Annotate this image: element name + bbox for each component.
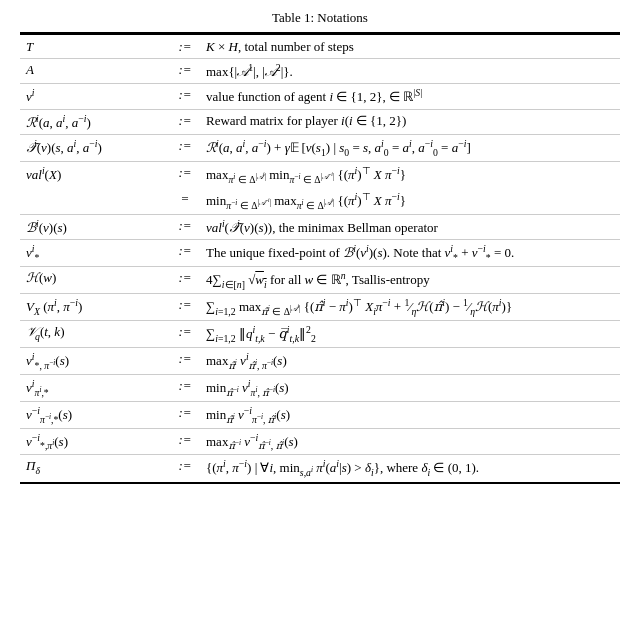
table-row: viπi,*:=minπ̂−i viπi, π̂−i(s) — [20, 374, 620, 401]
definition-cell: ∑i=1,2 maxπ̂i ∈ Δ|𝒜i| {(π̂i − πi)⊤ Xiπ−i… — [200, 293, 620, 320]
assign-cell: := — [170, 347, 200, 374]
table-row: vi:=value function of agent i ∈ {1, 2}, … — [20, 84, 620, 109]
table-row: v−iπ−i,*(s):=minπ̂i v−iπ−i, π̂i(s) — [20, 401, 620, 428]
assign-cell: := — [170, 161, 200, 187]
table-row: T:=K × H, total number of steps — [20, 35, 620, 59]
table-row: ℛi(a, ai, a−i):=Reward matrix for player… — [20, 109, 620, 134]
definition-cell: value function of agent i ∈ {1, 2}, ∈ ℝ|… — [200, 84, 620, 109]
definition-cell: {(πi, π−i) | ∀i, mins,ai πi(ai|s) > δi},… — [200, 455, 620, 483]
symbol-cell: vi* — [20, 240, 170, 267]
symbol-cell: vi*, π−i(s) — [20, 347, 170, 374]
symbol-cell: v−i*,πi(s) — [20, 428, 170, 455]
definition-cell: The unique fixed-point of ℬi(vi)(s). Not… — [200, 240, 620, 267]
assign-cell: := — [170, 428, 200, 455]
symbol-cell: vi — [20, 84, 170, 109]
symbol-cell: Πδ — [20, 455, 170, 483]
assign-cell: := — [170, 320, 200, 347]
definition-cell: 4∑i∈[n] √wi for all w ∈ ℝn, Tsallis-entr… — [200, 267, 620, 294]
symbol-cell: VX (πi, π−i) — [20, 293, 170, 320]
definition-cell: ∑i=1,2 ‖qit,k − q̅it,k‖22 — [200, 320, 620, 347]
definition-cell: maxπi ∈ Δ|𝒜i| minπ−i ∈ Δ|𝒜−i| {(πi)⊤ X π… — [200, 161, 620, 187]
assign-cell: := — [170, 214, 200, 239]
definition-cell: minπ̂i v−iπ−i, π̂i(s) — [200, 401, 620, 428]
symbol-cell: ℬi(v)(s) — [20, 214, 170, 239]
assign-cell: := — [170, 59, 200, 84]
symbol-cell: v−iπ−i,*(s) — [20, 401, 170, 428]
assign-cell: := — [170, 84, 200, 109]
definition-cell: minπ̂−i viπi, π̂−i(s) — [200, 374, 620, 401]
table-row: vi*:=The unique fixed-point of ℬi(vi)(s)… — [20, 240, 620, 267]
symbol-cell — [20, 188, 170, 214]
definition-cell: ℛi(a, ai, a−i) + γ𝔼 [v(s1) | s0 = s, ai0… — [200, 134, 620, 161]
assign-cell: := — [170, 134, 200, 161]
definition-cell: vali(𝒯i(v)(s)), the minimax Bellman oper… — [200, 214, 620, 239]
assign-cell: := — [170, 293, 200, 320]
symbol-cell: viπi,* — [20, 374, 170, 401]
table-row: vi*, π−i(s):=maxπ̂i viπ̂i, π−i(s) — [20, 347, 620, 374]
table-row: v−i*,πi(s):=maxπ̂−i v−iπ̂−i, π̂i(s) — [20, 428, 620, 455]
symbol-cell: A — [20, 59, 170, 84]
symbol-cell: 𝒯i(v)(s, ai, a−i) — [20, 134, 170, 161]
assign-cell: := — [170, 267, 200, 294]
table-row: ℬi(v)(s):=vali(𝒯i(v)(s)), the minimax Be… — [20, 214, 620, 239]
table-row: vali(X):=maxπi ∈ Δ|𝒜i| minπ−i ∈ Δ|𝒜−i| {… — [20, 161, 620, 187]
assign-cell: := — [170, 35, 200, 59]
table-row: A:=max{|𝒜1|, |𝒜2|}. — [20, 59, 620, 84]
definition-cell: K × H, total number of steps — [200, 35, 620, 59]
table-row: 𝒯i(v)(s, ai, a−i):=ℛi(a, ai, a−i) + γ𝔼 [… — [20, 134, 620, 161]
assign-cell: := — [170, 109, 200, 134]
definition-cell: maxπ̂−i v−iπ̂−i, π̂i(s) — [200, 428, 620, 455]
table-row: =minπ−i ∈ Δ|𝒜−i| maxπi ∈ Δ|𝒜i| {(πi)⊤ X … — [20, 188, 620, 214]
symbol-cell: vali(X) — [20, 161, 170, 187]
notations-table: T:=K × H, total number of stepsA:=max{|𝒜… — [20, 32, 620, 484]
table-row: Πδ:={(πi, π−i) | ∀i, mins,ai πi(ai|s) > … — [20, 455, 620, 483]
definition-cell: maxπ̂i viπ̂i, π−i(s) — [200, 347, 620, 374]
assign-cell: := — [170, 455, 200, 483]
assign-cell: := — [170, 240, 200, 267]
assign-cell: = — [170, 188, 200, 214]
table-row: ℋ(w):=4∑i∈[n] √wi for all w ∈ ℝn, Tsalli… — [20, 267, 620, 294]
definition-cell: max{|𝒜1|, |𝒜2|}. — [200, 59, 620, 84]
assign-cell: := — [170, 374, 200, 401]
table-row: VX (πi, π−i):=∑i=1,2 maxπ̂i ∈ Δ|𝒜i| {(π̂… — [20, 293, 620, 320]
table-title: Table 1: Notations — [20, 10, 620, 26]
symbol-cell: ℋ(w) — [20, 267, 170, 294]
symbol-cell: T — [20, 35, 170, 59]
definition-cell: Reward matrix for player i(i ∈ {1, 2}) — [200, 109, 620, 134]
table-row: 𝒱q(t, k):=∑i=1,2 ‖qit,k − q̅it,k‖22 — [20, 320, 620, 347]
symbol-cell: 𝒱q(t, k) — [20, 320, 170, 347]
assign-cell: := — [170, 401, 200, 428]
symbol-cell: ℛi(a, ai, a−i) — [20, 109, 170, 134]
definition-cell: minπ−i ∈ Δ|𝒜−i| maxπi ∈ Δ|𝒜i| {(πi)⊤ X π… — [200, 188, 620, 214]
